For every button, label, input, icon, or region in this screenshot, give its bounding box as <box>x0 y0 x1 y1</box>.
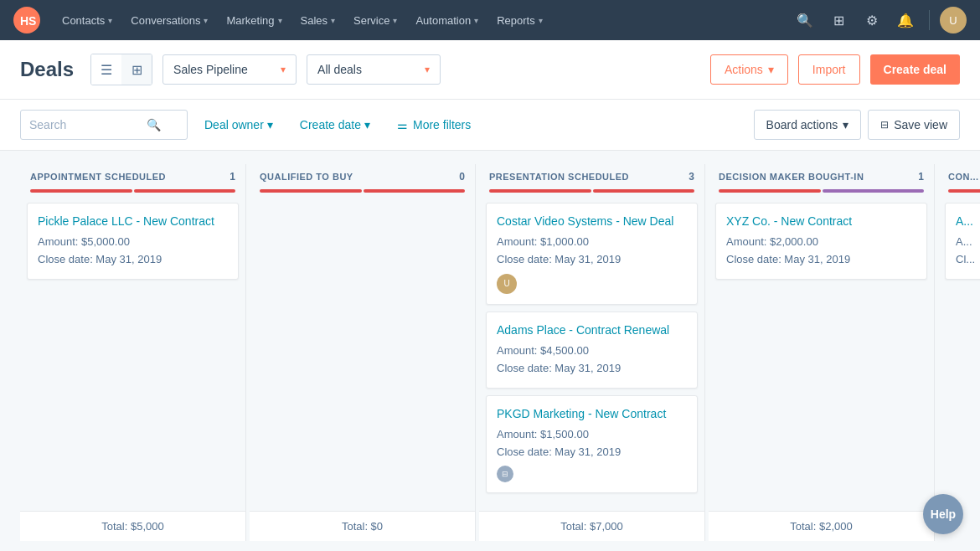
save-view-button[interactable]: ⊟ Save view <box>868 110 960 140</box>
deal-card-amount: Amount: $1,500.00 <box>497 426 687 444</box>
settings-icon[interactable]: ⚙ <box>859 7 885 33</box>
column-title: APPOINTMENT SCHEDULED <box>30 172 166 182</box>
nav-service[interactable]: Service ▾ <box>345 9 405 32</box>
column-header: QUALIFIED TO BUY0 <box>250 164 475 189</box>
deal-card[interactable]: Costar Video Systems - New DealAmount: $… <box>486 203 698 305</box>
deal-card-close-date: Close date: May 31, 2019 <box>726 251 916 269</box>
deal-card[interactable]: A...A...Cl... <box>945 203 980 280</box>
chevron-down-icon: ▾ <box>108 16 112 25</box>
deal-card[interactable]: XYZ Co. - New ContractAmount: $2,000.00C… <box>715 203 927 280</box>
chevron-down-icon: ▾ <box>843 118 848 131</box>
chevron-down-icon: ▾ <box>425 64 430 75</box>
search-input[interactable] <box>29 118 147 131</box>
kanban-column-contract-sent: CON...0A...A...Cl... <box>938 164 980 541</box>
deal-card[interactable]: Pickle Palace LLC - New ContractAmount: … <box>27 203 239 280</box>
search-box[interactable]: 🔍 <box>20 110 188 140</box>
column-progress-bar <box>260 189 465 193</box>
deal-card-close-date: Close date: May 31, 2019 <box>38 251 228 269</box>
create-deal-button[interactable]: Create deal <box>870 54 960 85</box>
nav-contacts[interactable]: Contacts ▾ <box>54 9 121 32</box>
svg-text:HS: HS <box>20 14 36 28</box>
nav-marketing[interactable]: Marketing ▾ <box>218 9 290 32</box>
nav-sales[interactable]: Sales ▾ <box>292 9 344 32</box>
column-cards: XYZ Co. - New ContractAmount: $2,000.00C… <box>709 199 934 511</box>
kanban-column-appointment-scheduled: APPOINTMENT SCHEDULED1Pickle Palace LLC … <box>20 164 246 541</box>
chevron-down-icon: ▾ <box>331 16 335 25</box>
deal-card-title: Costar Video Systems - New Deal <box>497 214 687 229</box>
column-header: PRESENTATION SCHEDULED3 <box>479 164 704 189</box>
nav-divider <box>929 10 930 30</box>
deal-card-icon: ⊟ <box>497 466 513 482</box>
column-cards: Pickle Palace LLC - New ContractAmount: … <box>20 199 245 511</box>
grid-icon[interactable]: ⊞ <box>825 7 852 33</box>
deal-card-amount: A... <box>956 234 980 251</box>
deal-card-amount: Amount: $5,000.00 <box>38 234 228 251</box>
column-title: PRESENTATION SCHEDULED <box>489 172 629 182</box>
chevron-down-icon: ▾ <box>474 16 478 25</box>
search-icon[interactable]: 🔍 <box>792 7 818 33</box>
column-footer-total: Total: $5,000 <box>20 511 245 541</box>
column-progress-bar <box>948 189 980 193</box>
deal-card-title: A... <box>956 214 980 229</box>
nav-automation[interactable]: Automation ▾ <box>407 9 487 32</box>
kanban-column-presentation-scheduled: PRESENTATION SCHEDULED3Costar Video Syst… <box>479 164 705 541</box>
column-footer-total: Total: $2,000 <box>709 511 934 541</box>
deals-filter-selector[interactable]: All deals ▾ <box>307 54 441 85</box>
list-view-button[interactable]: ☰ <box>91 54 121 85</box>
nav-right-actions: 🔍 ⊞ ⚙ 🔔 U <box>792 7 967 33</box>
nav-reports[interactable]: Reports ▾ <box>488 9 551 32</box>
deal-card[interactable]: Adams Place - Contract RenewalAmount: $4… <box>486 312 698 389</box>
view-toggle: ☰ ⊞ <box>90 54 152 85</box>
deal-card-amount: Amount: $2,000.00 <box>726 234 916 251</box>
column-progress-bar <box>489 189 694 193</box>
filter-bar: 🔍 Deal owner ▾ Create date ▾ ⚌ More filt… <box>0 100 980 151</box>
board-view-button[interactable]: ⊞ <box>121 54 152 85</box>
board-actions-button[interactable]: Board actions ▾ <box>754 110 862 140</box>
column-title: QUALIFIED TO BUY <box>260 172 353 182</box>
create-date-filter[interactable]: Create date ▾ <box>290 110 380 140</box>
deal-card-title: XYZ Co. - New Contract <box>726 214 916 229</box>
column-title: DECISION MAKER BOUGHT-IN <box>719 172 864 182</box>
pipeline-selector[interactable]: Sales Pipeline ▾ <box>162 54 297 85</box>
deal-card-close-date: Close date: May 31, 2019 <box>497 251 687 269</box>
page-header: Deals ☰ ⊞ Sales Pipeline ▾ All deals ▾ A… <box>0 40 980 100</box>
nav-links: Contacts ▾ Conversations ▾ Marketing ▾ S… <box>54 9 792 32</box>
column-header: DECISION MAKER BOUGHT-IN1 <box>709 164 934 189</box>
page-title: Deals <box>20 58 74 81</box>
hubspot-logo[interactable]: HS <box>13 7 40 33</box>
deal-card-amount: Amount: $4,500.00 <box>497 342 687 360</box>
column-footer-total: Total: $7,000 <box>479 511 704 541</box>
help-button[interactable]: Help <box>923 494 963 534</box>
chevron-down-icon: ▾ <box>364 118 370 131</box>
avatar[interactable]: U <box>940 7 967 33</box>
column-cards: Costar Video Systems - New DealAmount: $… <box>479 199 704 511</box>
kanban-column-qualified-to-buy: QUALIFIED TO BUY0Total: $0 <box>250 164 476 541</box>
deal-card-close-date: Close date: May 31, 2019 <box>497 360 687 378</box>
kanban-column-decision-maker-bought-in: DECISION MAKER BOUGHT-IN1XYZ Co. - New C… <box>709 164 935 541</box>
import-button[interactable]: Import <box>798 54 860 85</box>
actions-button[interactable]: Actions ▾ <box>710 54 788 85</box>
deal-card-amount: Amount: $1,000.00 <box>497 234 687 251</box>
deal-card-avatar: U <box>497 274 517 294</box>
search-icon: 🔍 <box>147 118 161 131</box>
kanban-board: APPOINTMENT SCHEDULED1Pickle Palace LLC … <box>0 151 980 551</box>
chevron-down-icon: ▾ <box>204 16 208 25</box>
deal-card[interactable]: PKGD Marketing - New ContractAmount: $1,… <box>486 395 698 494</box>
chevron-down-icon: ▾ <box>278 16 282 25</box>
deal-card-title: Adams Place - Contract Renewal <box>497 322 687 337</box>
deal-card-title: PKGD Marketing - New Contract <box>497 406 687 421</box>
chevron-down-icon: ▾ <box>768 63 774 76</box>
column-count: 1 <box>230 171 235 183</box>
more-filters-button[interactable]: ⚌ More filters <box>387 110 481 140</box>
bell-icon[interactable]: 🔔 <box>892 7 919 33</box>
deal-owner-filter[interactable]: Deal owner ▾ <box>194 110 283 140</box>
chevron-down-icon: ▾ <box>281 64 286 75</box>
column-count: 3 <box>689 171 694 183</box>
column-count: 0 <box>459 171 465 183</box>
chevron-down-icon: ▾ <box>539 16 543 25</box>
column-footer-total: Total: $0 <box>250 511 475 541</box>
column-progress-bar <box>719 189 924 193</box>
nav-conversations[interactable]: Conversations ▾ <box>122 9 216 32</box>
column-cards: A...A...Cl... <box>938 199 980 541</box>
column-count: 1 <box>918 171 924 183</box>
